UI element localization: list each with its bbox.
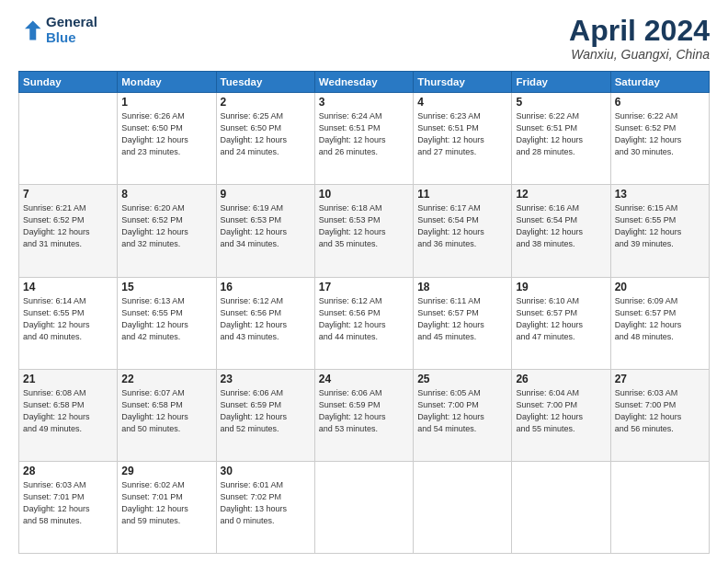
day-number: 25 (417, 373, 507, 385)
day-info: Sunrise: 6:22 AMSunset: 6:51 PMDaylight:… (516, 110, 606, 158)
day-number: 5 (516, 96, 606, 109)
table-row: 8Sunrise: 6:20 AMSunset: 6:52 PMDaylight… (118, 185, 216, 277)
calendar-table: Sunday Monday Tuesday Wednesday Thursday… (18, 71, 710, 554)
day-info: Sunrise: 6:19 AMSunset: 6:53 PMDaylight:… (221, 202, 311, 250)
calendar-week-row: 7Sunrise: 6:21 AMSunset: 6:52 PMDaylight… (19, 185, 710, 277)
table-row: 26Sunrise: 6:04 AMSunset: 7:00 PMDayligh… (512, 369, 610, 461)
table-row: 15Sunrise: 6:13 AMSunset: 6:55 PMDayligh… (118, 277, 216, 369)
calendar-week-row: 1Sunrise: 6:26 AMSunset: 6:50 PMDaylight… (19, 93, 710, 185)
table-row: 19Sunrise: 6:10 AMSunset: 6:57 PMDayligh… (512, 277, 610, 369)
table-row: 18Sunrise: 6:11 AMSunset: 6:57 PMDayligh… (414, 277, 512, 369)
header-thursday: Thursday (414, 72, 512, 93)
day-number: 3 (319, 96, 409, 109)
month-title: April 2024 (569, 15, 710, 47)
table-row: 4Sunrise: 6:23 AMSunset: 6:51 PMDaylight… (414, 93, 512, 185)
table-row: 28Sunrise: 6:03 AMSunset: 7:01 PMDayligh… (19, 461, 118, 553)
table-row: 16Sunrise: 6:12 AMSunset: 6:56 PMDayligh… (216, 277, 314, 369)
day-info: Sunrise: 6:24 AMSunset: 6:51 PMDaylight:… (319, 110, 409, 158)
logo: General Blue (18, 15, 97, 45)
day-info: Sunrise: 6:23 AMSunset: 6:51 PMDaylight:… (417, 110, 507, 158)
day-number: 1 (121, 96, 211, 109)
day-info: Sunrise: 6:21 AMSunset: 6:52 PMDaylight:… (23, 202, 113, 250)
day-number: 23 (221, 373, 311, 385)
location: Wanxiu, Guangxi, China (569, 47, 710, 62)
table-row: 7Sunrise: 6:21 AMSunset: 6:52 PMDaylight… (19, 185, 118, 277)
table-row: 21Sunrise: 6:08 AMSunset: 6:58 PMDayligh… (19, 369, 118, 461)
table-row: 20Sunrise: 6:09 AMSunset: 6:57 PMDayligh… (610, 277, 709, 369)
day-number: 2 (221, 96, 311, 109)
day-info: Sunrise: 6:13 AMSunset: 6:55 PMDaylight:… (121, 295, 211, 343)
header-tuesday: Tuesday (216, 72, 314, 93)
table-row: 9Sunrise: 6:19 AMSunset: 6:53 PMDaylight… (216, 185, 314, 277)
day-info: Sunrise: 6:12 AMSunset: 6:56 PMDaylight:… (319, 295, 409, 343)
day-info: Sunrise: 6:03 AMSunset: 7:00 PMDaylight:… (615, 387, 705, 435)
day-number: 26 (516, 373, 606, 385)
day-number: 29 (121, 465, 211, 477)
table-row: 11Sunrise: 6:17 AMSunset: 6:54 PMDayligh… (414, 185, 512, 277)
page: General Blue April 2024 Wanxiu, Guangxi,… (0, 0, 728, 563)
day-info: Sunrise: 6:16 AMSunset: 6:54 PMDaylight:… (516, 202, 606, 250)
day-info: Sunrise: 6:22 AMSunset: 6:52 PMDaylight:… (615, 110, 705, 158)
day-info: Sunrise: 6:12 AMSunset: 6:56 PMDaylight:… (221, 295, 311, 343)
day-info: Sunrise: 6:06 AMSunset: 6:59 PMDaylight:… (221, 387, 311, 435)
day-number: 9 (221, 188, 311, 201)
day-info: Sunrise: 6:02 AMSunset: 7:01 PMDaylight:… (121, 479, 211, 527)
table-row (19, 93, 118, 185)
day-info: Sunrise: 6:25 AMSunset: 6:50 PMDaylight:… (221, 110, 311, 158)
day-number: 10 (319, 188, 409, 201)
day-info: Sunrise: 6:11 AMSunset: 6:57 PMDaylight:… (417, 295, 507, 343)
calendar-week-row: 14Sunrise: 6:14 AMSunset: 6:55 PMDayligh… (19, 277, 710, 369)
table-row: 1Sunrise: 6:26 AMSunset: 6:50 PMDaylight… (118, 93, 216, 185)
table-row: 24Sunrise: 6:06 AMSunset: 6:59 PMDayligh… (314, 369, 413, 461)
table-row: 6Sunrise: 6:22 AMSunset: 6:52 PMDaylight… (610, 93, 709, 185)
svg-marker-1 (25, 20, 41, 40)
table-row: 23Sunrise: 6:06 AMSunset: 6:59 PMDayligh… (216, 369, 314, 461)
logo-icon (18, 17, 44, 43)
weekday-header-row: Sunday Monday Tuesday Wednesday Thursday… (19, 72, 710, 93)
day-number: 22 (121, 373, 211, 385)
calendar-week-row: 28Sunrise: 6:03 AMSunset: 7:01 PMDayligh… (19, 461, 710, 553)
day-info: Sunrise: 6:06 AMSunset: 6:59 PMDaylight:… (319, 387, 409, 435)
header-monday: Monday (118, 72, 216, 93)
day-info: Sunrise: 6:01 AMSunset: 7:02 PMDaylight:… (221, 479, 311, 527)
day-info: Sunrise: 6:18 AMSunset: 6:53 PMDaylight:… (319, 202, 409, 250)
logo-blue: Blue (46, 30, 97, 46)
day-number: 11 (417, 188, 507, 201)
day-number: 17 (319, 281, 409, 293)
day-info: Sunrise: 6:20 AMSunset: 6:52 PMDaylight:… (121, 202, 211, 250)
table-row: 12Sunrise: 6:16 AMSunset: 6:54 PMDayligh… (512, 185, 610, 277)
day-info: Sunrise: 6:14 AMSunset: 6:55 PMDaylight:… (23, 295, 113, 343)
logo-general: General (46, 15, 97, 30)
table-row: 10Sunrise: 6:18 AMSunset: 6:53 PMDayligh… (314, 185, 413, 277)
day-number: 18 (417, 281, 507, 293)
header-sunday: Sunday (19, 72, 118, 93)
day-info: Sunrise: 6:10 AMSunset: 6:57 PMDaylight:… (516, 295, 606, 343)
table-row (414, 461, 512, 553)
table-row (610, 461, 709, 553)
day-number: 4 (417, 96, 507, 109)
header-saturday: Saturday (610, 72, 709, 93)
day-info: Sunrise: 6:09 AMSunset: 6:57 PMDaylight:… (615, 295, 705, 343)
table-row: 30Sunrise: 6:01 AMSunset: 7:02 PMDayligh… (216, 461, 314, 553)
day-info: Sunrise: 6:03 AMSunset: 7:01 PMDaylight:… (23, 479, 113, 527)
table-row: 13Sunrise: 6:15 AMSunset: 6:55 PMDayligh… (610, 185, 709, 277)
table-row: 5Sunrise: 6:22 AMSunset: 6:51 PMDaylight… (512, 93, 610, 185)
day-number: 12 (516, 188, 606, 201)
title-block: April 2024 Wanxiu, Guangxi, China (569, 15, 710, 62)
table-row: 2Sunrise: 6:25 AMSunset: 6:50 PMDaylight… (216, 93, 314, 185)
table-row: 25Sunrise: 6:05 AMSunset: 7:00 PMDayligh… (414, 369, 512, 461)
day-number: 21 (23, 373, 113, 385)
header-friday: Friday (512, 72, 610, 93)
day-info: Sunrise: 6:08 AMSunset: 6:58 PMDaylight:… (23, 387, 113, 435)
table-row (512, 461, 610, 553)
day-number: 27 (615, 373, 705, 385)
day-number: 6 (615, 96, 705, 109)
day-number: 7 (23, 188, 113, 201)
day-number: 14 (23, 281, 113, 293)
day-info: Sunrise: 6:17 AMSunset: 6:54 PMDaylight:… (417, 202, 507, 250)
day-info: Sunrise: 6:04 AMSunset: 7:00 PMDaylight:… (516, 387, 606, 435)
day-number: 20 (615, 281, 705, 293)
table-row: 22Sunrise: 6:07 AMSunset: 6:58 PMDayligh… (118, 369, 216, 461)
day-number: 16 (221, 281, 311, 293)
day-number: 8 (121, 188, 211, 201)
